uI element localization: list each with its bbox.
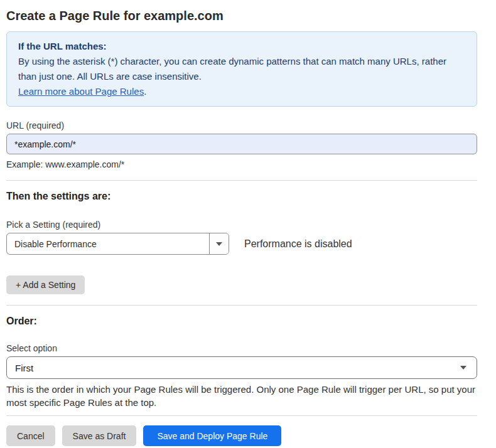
divider [6,180,477,181]
pick-setting-label: Pick a Setting (required) [6,218,477,231]
caret-down-icon [216,242,222,246]
url-example-helper: Example: www.example.com/* [6,159,477,170]
add-setting-button[interactable]: + Add a Setting [6,275,85,294]
setting-select-row: Disable Performance Performance is disab… [6,233,477,255]
setting-select-value: Disable Performance [7,233,209,254]
url-match-info-box: If the URL matches: By using the asteris… [6,31,477,107]
page-title: Create a Page Rule for example.com [6,8,477,24]
order-helper-text: This is the order in which your Page Rul… [6,383,476,409]
cancel-button[interactable]: Cancel [6,425,55,446]
setting-select-arrow-button[interactable] [209,233,229,254]
order-select[interactable]: First [6,356,477,379]
learn-more-link[interactable]: Learn more about Page Rules [18,86,144,97]
order-select-label: Select option [6,342,477,355]
info-box-link-line: Learn more about Page Rules. [18,84,465,99]
divider [6,415,477,416]
setting-select[interactable]: Disable Performance [6,233,229,255]
footer-action-bar: Cancel Save as Draft Save and Deploy Pag… [6,425,477,446]
info-box-body: By using the asterisk (*) character, you… [18,54,465,84]
url-field-label: URL (required) [6,119,477,132]
setting-status-text: Performance is disabled [244,238,352,250]
divider [6,305,477,306]
save-and-deploy-button[interactable]: Save and Deploy Page Rule [143,425,281,446]
order-select-value: First [15,363,33,373]
caret-down-icon [460,366,466,370]
save-as-draft-button[interactable]: Save as Draft [62,425,137,446]
create-page-rule-form: Create a Page Rule for example.com If th… [0,0,496,448]
order-section-heading: Order: [6,314,477,328]
settings-section-heading: Then the settings are: [6,189,477,203]
link-period: . [144,86,146,97]
url-input[interactable] [6,134,477,154]
info-box-heading: If the URL matches: [18,39,465,54]
